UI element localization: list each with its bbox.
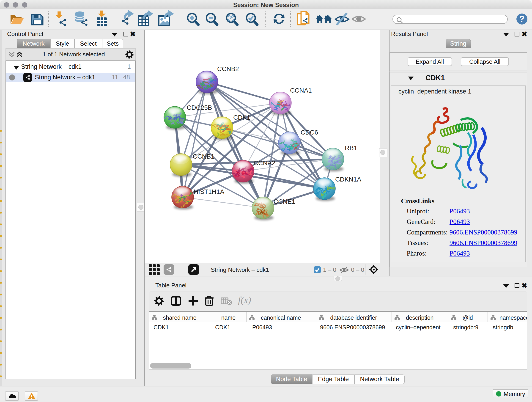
svg-text:HIST1H1A: HIST1H1A [194, 188, 224, 195]
svg-text:RB1: RB1 [345, 144, 357, 152]
svg-text:CDC25B: CDC25B [187, 104, 212, 111]
svg-text:CCNB2: CCNB2 [217, 65, 239, 72]
svg-text:CCNA2: CCNA2 [254, 160, 275, 167]
svg-text:CCNE1: CCNE1 [273, 198, 295, 205]
svg-text:CCNB1: CCNB1 [193, 153, 215, 160]
svg-text:CDC6: CDC6 [301, 129, 318, 136]
svg-text:CDKN1A: CDKN1A [335, 176, 361, 183]
svg-text:CCNA1: CCNA1 [290, 87, 312, 94]
svg-text:CDK1: CDK1 [233, 114, 250, 121]
